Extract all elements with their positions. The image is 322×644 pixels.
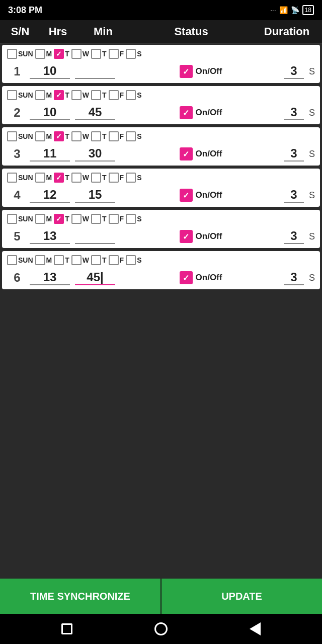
- day-checkbox[interactable]: [35, 255, 45, 265]
- day-item[interactable]: S: [126, 90, 141, 100]
- day-checkbox[interactable]: [54, 255, 64, 265]
- day-checkbox[interactable]: [109, 173, 119, 183]
- status-checkbox[interactable]: ✓: [180, 230, 193, 243]
- time-synchronize-button[interactable]: TIME SYNCHRONIZE: [0, 579, 162, 614]
- day-checkbox[interactable]: [91, 255, 101, 265]
- day-item[interactable]: M: [35, 214, 52, 224]
- day-item[interactable]: T: [91, 214, 107, 224]
- status-checkbox[interactable]: ✓: [180, 189, 193, 202]
- day-checkbox[interactable]: [35, 90, 45, 100]
- day-item[interactable]: S: [126, 255, 141, 265]
- day-checkbox[interactable]: [71, 131, 82, 141]
- day-checkbox[interactable]: [35, 49, 45, 59]
- day-item[interactable]: W: [71, 131, 89, 141]
- day-checkbox[interactable]: [126, 214, 136, 224]
- day-item[interactable]: T: [54, 255, 69, 265]
- hours-value[interactable]: 10: [30, 105, 70, 120]
- nav-recent-button[interactable]: [59, 621, 74, 636]
- day-item[interactable]: W: [71, 255, 89, 265]
- hours-value[interactable]: 10: [30, 64, 70, 79]
- day-item[interactable]: W: [71, 173, 89, 183]
- day-item[interactable]: SUN: [7, 214, 33, 224]
- day-checkbox[interactable]: [54, 49, 64, 59]
- duration-value[interactable]: 3: [284, 270, 304, 285]
- day-checkbox[interactable]: [71, 173, 82, 183]
- duration-value[interactable]: 3: [284, 229, 304, 244]
- day-checkbox[interactable]: [91, 131, 101, 141]
- status-toggle[interactable]: ✓ On/Off: [118, 271, 284, 284]
- day-item[interactable]: SUN: [7, 255, 33, 265]
- day-item[interactable]: M: [35, 49, 52, 59]
- day-item[interactable]: F: [109, 214, 124, 224]
- hours-value[interactable]: 13: [30, 270, 70, 285]
- day-item[interactable]: M: [35, 131, 52, 141]
- day-item[interactable]: F: [109, 131, 124, 141]
- duration-value[interactable]: 3: [284, 146, 304, 162]
- day-checkbox[interactable]: [7, 131, 17, 141]
- status-checkbox[interactable]: ✓: [180, 147, 193, 160]
- day-checkbox[interactable]: [54, 173, 64, 183]
- day-item[interactable]: T: [54, 214, 69, 224]
- day-checkbox[interactable]: [7, 49, 17, 59]
- day-checkbox[interactable]: [7, 173, 17, 183]
- day-item[interactable]: S: [126, 131, 141, 141]
- day-checkbox[interactable]: [109, 49, 119, 59]
- day-item[interactable]: T: [91, 173, 107, 183]
- day-item[interactable]: T: [54, 131, 69, 141]
- day-checkbox[interactable]: [35, 131, 45, 141]
- day-item[interactable]: W: [71, 214, 89, 224]
- day-checkbox[interactable]: [35, 173, 45, 183]
- day-item[interactable]: F: [109, 173, 124, 183]
- day-checkbox[interactable]: [109, 131, 119, 141]
- status-toggle[interactable]: ✓ On/Off: [118, 189, 284, 202]
- day-item[interactable]: W: [71, 49, 89, 59]
- status-checkbox[interactable]: ✓: [180, 106, 193, 119]
- day-item[interactable]: W: [71, 90, 89, 100]
- status-checkbox[interactable]: ✓: [180, 271, 193, 284]
- status-toggle[interactable]: ✓ On/Off: [118, 106, 284, 119]
- day-checkbox[interactable]: [54, 90, 64, 100]
- nav-home-button[interactable]: [153, 621, 169, 636]
- day-item[interactable]: SUN: [7, 90, 33, 100]
- day-item[interactable]: F: [109, 255, 124, 265]
- hours-value[interactable]: 13: [30, 229, 70, 244]
- day-item[interactable]: SUN: [7, 131, 33, 141]
- minutes-value[interactable]: [75, 64, 115, 79]
- day-checkbox[interactable]: [126, 255, 136, 265]
- day-item[interactable]: T: [91, 131, 107, 141]
- day-item[interactable]: S: [126, 173, 141, 183]
- day-checkbox[interactable]: [91, 49, 101, 59]
- hours-value[interactable]: 11: [30, 146, 70, 162]
- duration-value[interactable]: 3: [284, 105, 304, 120]
- day-item[interactable]: SUN: [7, 173, 33, 183]
- day-checkbox[interactable]: [71, 214, 82, 224]
- day-item[interactable]: S: [126, 214, 141, 224]
- day-checkbox[interactable]: [54, 214, 64, 224]
- day-item[interactable]: T: [91, 90, 107, 100]
- day-item[interactable]: F: [109, 90, 124, 100]
- update-button[interactable]: UPDATE: [162, 579, 322, 614]
- minutes-value[interactable]: 30: [75, 146, 115, 162]
- day-checkbox[interactable]: [126, 131, 136, 141]
- day-item[interactable]: M: [35, 173, 52, 183]
- day-checkbox[interactable]: [71, 49, 82, 59]
- day-checkbox[interactable]: [126, 49, 136, 59]
- status-checkbox[interactable]: ✓: [180, 65, 193, 78]
- day-checkbox[interactable]: [91, 90, 101, 100]
- day-checkbox[interactable]: [35, 214, 45, 224]
- day-item[interactable]: T: [91, 49, 107, 59]
- duration-value[interactable]: 3: [284, 64, 304, 79]
- status-toggle[interactable]: ✓ On/Off: [118, 65, 284, 78]
- day-checkbox[interactable]: [71, 90, 82, 100]
- day-checkbox[interactable]: [7, 214, 17, 224]
- day-item[interactable]: SUN: [7, 49, 33, 59]
- minutes-value[interactable]: [75, 229, 115, 244]
- duration-value[interactable]: 3: [284, 188, 304, 203]
- day-item[interactable]: S: [126, 49, 141, 59]
- day-checkbox[interactable]: [54, 131, 64, 141]
- day-item[interactable]: M: [35, 255, 52, 265]
- hours-value[interactable]: 12: [30, 188, 70, 203]
- day-item[interactable]: T: [91, 255, 107, 265]
- day-checkbox[interactable]: [7, 255, 17, 265]
- day-item[interactable]: F: [109, 49, 124, 59]
